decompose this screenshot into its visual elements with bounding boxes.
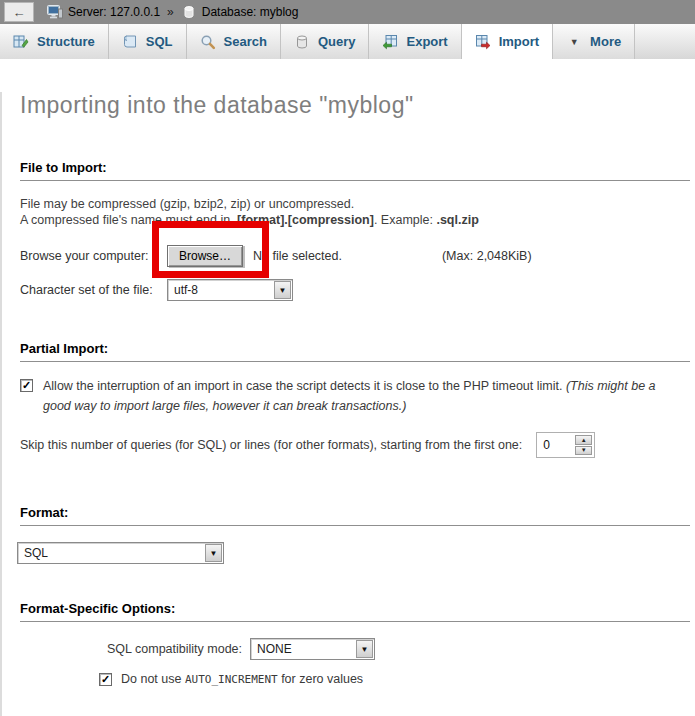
tab-export-label: Export — [406, 34, 447, 49]
main-content: Importing into the database "myblog" Fil… — [0, 92, 695, 716]
tab-structure-label: Structure — [37, 34, 95, 49]
charset-select-value: utf-8 — [168, 283, 273, 297]
skip-queries-value[interactable]: 0 — [539, 435, 575, 455]
spinner-up-icon[interactable]: ▲ — [575, 435, 592, 445]
autoinc-row: ✓ Do not use AUTO_INCREMENT for zero val… — [99, 672, 695, 686]
tab-query[interactable]: Query — [281, 24, 370, 59]
charset-select[interactable]: utf-8 ▼ — [167, 279, 293, 301]
naming-rule-format: .[format].[compression] — [234, 213, 374, 227]
search-icon — [200, 34, 216, 50]
format-select[interactable]: SQL ▼ — [17, 542, 224, 564]
tab-export[interactable]: Export — [369, 24, 461, 59]
sql-icon — [122, 34, 138, 50]
interrupt-row: ✓ Allow the interruption of an import in… — [20, 376, 685, 416]
skip-spinner: ▲ ▼ — [575, 435, 592, 455]
format-select-value: SQL — [18, 546, 204, 560]
autoinc-suffix: for zero values — [278, 672, 363, 686]
chevron-down-icon: ▼ — [566, 37, 582, 47]
autoinc-code: AUTO_INCREMENT — [185, 673, 278, 686]
tab-sql-label: SQL — [146, 34, 173, 49]
compat-label: SQL compatibility mode: — [107, 642, 242, 656]
compat-select-value: NONE — [251, 642, 355, 656]
naming-rule-mid: . Example: — [374, 213, 437, 227]
interrupt-checkbox[interactable]: ✓ — [20, 379, 33, 392]
import-icon — [475, 34, 491, 50]
browse-label: Browse your computer: — [20, 249, 167, 263]
database-icon — [181, 4, 197, 20]
skip-row: Skip this number of queries (for SQL) or… — [20, 432, 695, 458]
tab-search-label: Search — [224, 34, 267, 49]
structure-icon — [13, 34, 29, 50]
compat-select[interactable]: NONE ▼ — [250, 638, 375, 660]
autoinc-checkbox[interactable]: ✓ — [99, 673, 112, 686]
charset-label: Character set of the file: — [20, 283, 167, 297]
section-format: Format: — [20, 505, 690, 526]
back-button[interactable]: ← — [4, 2, 34, 22]
no-file-selected-text: No file selected. — [253, 249, 342, 263]
naming-rule-prefix: A compressed file's name must end in — [20, 213, 234, 227]
tab-sql[interactable]: SQL — [109, 24, 187, 59]
format-select-arrow-icon[interactable]: ▼ — [205, 544, 222, 562]
breadcrumb: ← Server: 127.0.0.1 » Database: myblog — [0, 0, 695, 24]
query-icon — [294, 34, 310, 50]
skip-label: Skip this number of queries (for SQL) or… — [20, 438, 522, 452]
tab-query-label: Query — [318, 34, 356, 49]
browse-button[interactable]: Browse… — [167, 245, 243, 267]
charset-row: Character set of the file: utf-8 ▼ — [20, 279, 695, 301]
section-file-to-import: File to Import: — [20, 160, 690, 181]
section-format-specific: Format-Specific Options: — [20, 601, 690, 622]
compat-row: SQL compatibility mode: NONE ▼ — [107, 638, 695, 660]
autoinc-prefix: Do not use — [121, 672, 185, 686]
interrupt-text: Allow the interruption of an import in c… — [43, 376, 685, 416]
format-row: SQL ▼ — [17, 542, 695, 564]
page-title: Importing into the database "myblog" — [20, 92, 695, 119]
browse-row: Browse your computer: Browse… No file se… — [20, 245, 695, 267]
tab-more[interactable]: ▼ More — [553, 24, 635, 59]
tab-more-label: More — [590, 34, 621, 49]
tab-structure[interactable]: Structure — [0, 24, 109, 59]
skip-queries-input[interactable]: 0 ▲ ▼ — [536, 432, 595, 458]
breadcrumb-server-link[interactable]: Server: 127.0.0.1 — [68, 5, 160, 19]
phpmyadmin-import-page: { "breadcrumb": { "back_label": "←", "se… — [0, 0, 695, 716]
spinner-down-icon[interactable]: ▼ — [575, 446, 592, 456]
back-arrow-icon: ← — [13, 5, 26, 20]
server-icon — [47, 4, 63, 20]
tab-bar: Structure SQL Search Query — [0, 24, 695, 59]
compat-select-arrow-icon[interactable]: ▼ — [356, 640, 373, 658]
interrupt-text-main: Allow the interruption of an import in c… — [43, 379, 566, 393]
compression-info-line1: File may be compressed (gzip, bzip2, zip… — [20, 197, 354, 211]
tab-search[interactable]: Search — [187, 24, 281, 59]
naming-rule-example: .sql.zip — [436, 213, 478, 227]
tab-import[interactable]: Import — [462, 24, 553, 59]
breadcrumb-database-link[interactable]: Database: myblog — [202, 5, 299, 19]
section-partial-import: Partial Import: — [20, 341, 690, 362]
charset-select-arrow-icon[interactable]: ▼ — [274, 281, 291, 299]
tab-import-label: Import — [499, 34, 539, 49]
file-import-description: File may be compressed (gzip, bzip2, zip… — [20, 196, 695, 228]
autoinc-text: Do not use AUTO_INCREMENT for zero value… — [121, 672, 363, 686]
export-icon — [382, 34, 398, 50]
breadcrumb-separator: » — [165, 5, 176, 19]
max-size-text: (Max: 2,048KiB) — [442, 249, 532, 263]
